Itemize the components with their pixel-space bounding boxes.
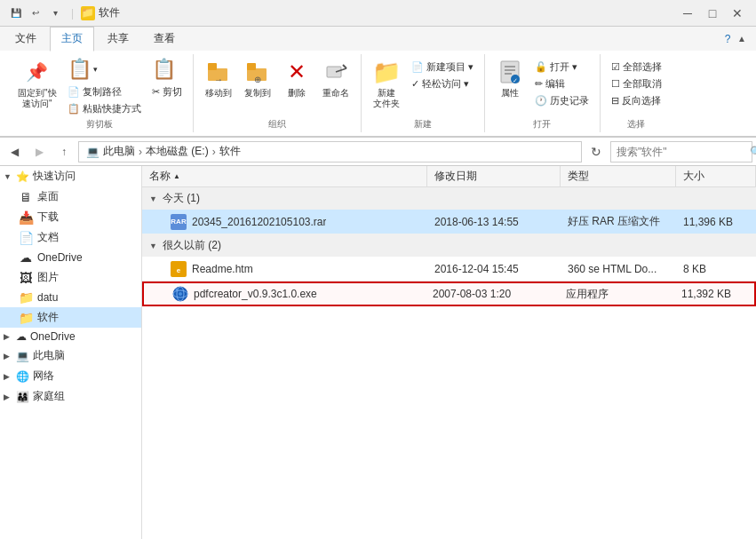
back-button[interactable]: ◀ [4,141,25,162]
tab-view[interactable]: 查看 [142,27,187,51]
sidebar-group-homegroup[interactable]: ▶ 👨‍👩‍👧 家庭组 [0,386,141,407]
paste-button[interactable]: 📋 ▾ [64,56,145,83]
up-button[interactable]: ↑ [53,141,75,162]
downloads-label: 下载 [37,210,59,225]
pictures-icon: 🖼 [18,271,34,285]
delete-button[interactable]: ✕ 删除 [279,56,314,100]
col-header-size[interactable]: 大小 [676,166,756,186]
copy-path-button[interactable]: 📄 复制路径 [64,84,145,99]
file-row-htm[interactable]: e Readme.htm 2016-12-04 15:45 360 se HTM… [142,257,756,281]
sidebar-item-datu[interactable]: 📁 datu [0,288,141,307]
file-list-header: 名称 ▲ 修改日期 类型 大小 [142,166,756,187]
new-folder-icon: 📁 [372,58,401,86]
close-button[interactable]: ✕ [726,2,749,25]
help-button[interactable]: ? [720,32,735,46]
sidebar-item-pictures[interactable]: 🖼 图片 [0,267,141,288]
paste-shortcut-button[interactable]: 📋 粘贴快捷方式 [64,101,145,116]
forward-button[interactable]: ▶ [28,141,50,162]
invert-selection-button[interactable]: ⊟ 反向选择 [608,93,665,108]
organize-buttons: → 移动到 ⊕ 复制到 ✕ [201,56,354,116]
open-label: 打开 [533,116,551,131]
quick-access-dropdown[interactable]: ▾ [46,4,64,22]
sidebar-item-desktop[interactable]: 🖥 桌面 [0,186,141,207]
sidebar-group-network[interactable]: ▶ 🌐 网络 [0,366,141,386]
cut-button[interactable]: ✂ 剪切 [148,84,186,99]
organize-label: 组织 [268,116,286,131]
address-path[interactable]: 💻 此电脑 › 本地磁盘 (E:) › 软件 [78,141,582,162]
new-item-button[interactable]: 📄 新建项目 ▾ [408,59,477,75]
copy-to-icon: ⊕ [243,58,272,86]
tab-file[interactable]: 文件 [4,27,48,51]
copy-to-button[interactable]: ⊕ 复制到 [240,56,275,100]
path-folder[interactable]: 软件 [219,144,241,159]
save-quick-btn[interactable]: 💾 [7,4,25,22]
rename-button[interactable]: 重命名 [318,56,354,100]
open-buttons: ✓ 属性 🔓 打开 ▾ ✏ 编辑 🕐 [492,56,593,116]
ribbon-group-new: 📁 新建文件夹 📄 新建项目 ▾ ✓ 轻松访问 ▾ 新建 [362,54,485,132]
path-drive[interactable]: 本地磁盘 (E:) [146,144,209,159]
properties-button[interactable]: ✓ 属性 [492,56,528,100]
file-row-exe[interactable]: pdfcreator_v0.9.3c1.0.exe 2007-08-03 1:2… [142,281,756,306]
sidebar-group-thispc[interactable]: ▶ 💻 此电脑 [0,345,141,366]
new-folder-button[interactable]: 📁 新建文件夹 [369,56,404,111]
clipboard-buttons: 📌 固定到"快速访问" 📋 ▾ 📄 复制路径 📋 粘贴快捷方式 [14,56,186,116]
sidebar-item-documents[interactable]: 📄 文档 [0,227,141,248]
open-button[interactable]: 🔓 打开 ▾ [531,59,593,75]
svg-text:✓: ✓ [513,77,518,83]
copy-button[interactable]: 📋 [148,56,186,83]
tab-share[interactable]: 共享 [96,27,140,51]
col-header-type[interactable]: 类型 [561,166,676,186]
ribbon-group-select: ☑ 全部选择 ☐ 全部取消 ⊟ 反向选择 选择 [601,54,672,132]
paste-icon: 📋 [68,58,92,81]
sidebar-item-software[interactable]: 📁 软件 [0,307,141,328]
col-header-name[interactable]: 名称 ▲ [142,166,427,186]
today-toggle[interactable]: ▼ [149,194,157,203]
edit-button[interactable]: ✏ 编辑 [531,76,593,91]
today-label: 今天 (1) [163,191,200,206]
exe-file-icon [172,286,188,302]
undo-quick-btn[interactable]: ↩ [27,4,44,22]
sidebar-group-quickaccess[interactable]: ▼ ⭐ 快速访问 [0,166,141,186]
file-size-rar: 11,396 KB [676,216,756,228]
search-icon: 🔍 [750,146,756,158]
file-name-htm: e Readme.htm [163,261,427,277]
select-buttons: ☑ 全部选择 ☐ 全部取消 ⊟ 反向选择 [608,56,665,116]
sidebar-item-onedrive-quick[interactable]: ☁ OneDrive [0,248,141,267]
copy-paste-group: 📋 ▾ 📄 复制路径 📋 粘贴快捷方式 [64,56,145,116]
refresh-button[interactable]: ↻ [585,141,607,162]
sidebar-group-onedrive[interactable]: ▶ ☁ OneDrive [0,328,141,345]
copy-icon: 📋 [152,58,176,81]
svg-rect-6 [327,67,341,77]
old-toggle[interactable]: ▼ [149,242,157,250]
quickaccess-star-icon: ⭐ [16,170,29,183]
svg-text:⊕: ⊕ [254,75,261,84]
quickaccess-toggle: ▼ [4,172,12,181]
file-size-htm: 8 KB [676,263,756,275]
copy-cut-group: 📋 ✂ 剪切 [148,56,186,99]
pictures-label: 图片 [37,270,59,285]
tab-home[interactable]: 主页 [50,27,94,52]
select-label: 选择 [627,116,645,131]
pin-icon: 📌 [23,58,52,86]
col-date-label: 修改日期 [434,169,477,184]
homegroup-label: 家庭组 [33,389,65,404]
deselect-all-button[interactable]: ☐ 全部取消 [608,76,665,91]
old-label: 很久以前 (2) [163,238,221,253]
easy-access-button[interactable]: ✓ 轻松访问 ▾ [408,76,477,91]
ribbon-collapse-btn[interactable]: ▲ [735,32,749,46]
col-header-date[interactable]: 修改日期 [427,166,561,186]
thispc-icon: 💻 [16,350,29,362]
file-row-rar[interactable]: RAR 20345_20161202105103.rar 2018-06-13 … [142,210,756,234]
datu-label: datu [37,291,58,304]
move-to-button[interactable]: → 移动到 [201,56,236,100]
search-box[interactable]: 🔍 [610,141,752,162]
path-computer[interactable]: 此电脑 [103,144,135,159]
search-input[interactable] [617,146,750,158]
history-icon: 🕐 [535,95,547,107]
minimize-button[interactable]: ─ [676,2,699,25]
history-button[interactable]: 🕐 历史记录 [531,93,593,108]
select-all-button[interactable]: ☑ 全部选择 [608,59,665,75]
maximize-button[interactable]: □ [701,2,724,25]
pin-quick-access-button[interactable]: 📌 固定到"快速访问" [14,56,60,111]
sidebar-item-downloads[interactable]: 📥 下载 [0,207,141,227]
